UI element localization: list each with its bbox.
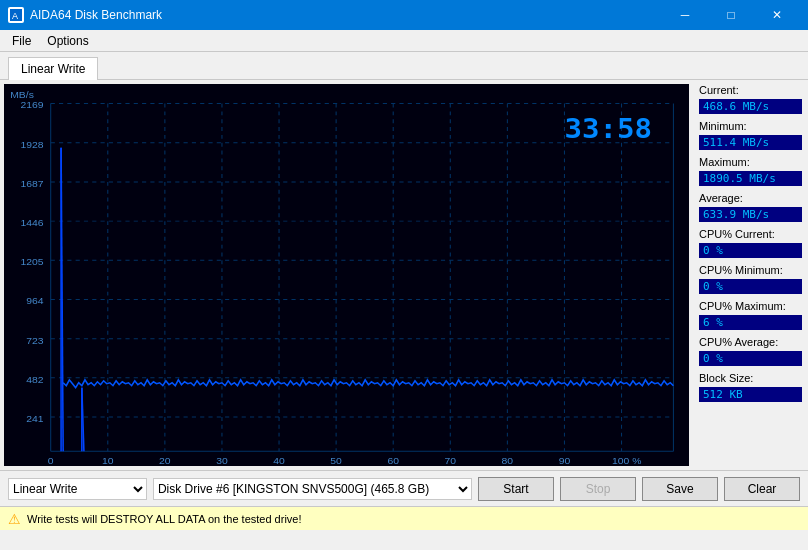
chart-container: 2169 1928 1687 1446 1205 964 723 482 241… — [4, 84, 689, 466]
svg-text:40: 40 — [273, 455, 285, 466]
svg-text:20: 20 — [159, 455, 171, 466]
stat-current-value: 468.6 MB/s — [699, 99, 802, 114]
start-button[interactable]: Start — [478, 477, 554, 501]
svg-text:100 %: 100 % — [612, 455, 641, 466]
warning-icon: ⚠ — [8, 511, 21, 527]
svg-text:10: 10 — [102, 455, 114, 466]
chart-svg: 2169 1928 1687 1446 1205 964 723 482 241… — [4, 84, 689, 466]
svg-text:964: 964 — [26, 296, 44, 307]
maximize-button[interactable]: □ — [708, 0, 754, 30]
stat-current-label: Current: — [699, 84, 802, 96]
svg-text:50: 50 — [330, 455, 342, 466]
stat-cpu-minimum-label: CPU% Minimum: — [699, 264, 802, 276]
stat-cpu-maximum-label: CPU% Maximum: — [699, 300, 802, 312]
svg-text:60: 60 — [387, 455, 399, 466]
stat-cpu-average-value: 0 % — [699, 351, 802, 366]
warning-text: Write tests will DESTROY ALL DATA on the… — [27, 513, 302, 525]
app-icon: A — [8, 7, 24, 23]
svg-text:0: 0 — [48, 455, 54, 466]
svg-text:MB/s: MB/s — [10, 89, 34, 100]
svg-text:90: 90 — [559, 455, 571, 466]
stat-cpu-minimum-value: 0 % — [699, 279, 802, 294]
svg-text:70: 70 — [445, 455, 457, 466]
stat-cpu-average-label: CPU% Average: — [699, 336, 802, 348]
stat-cpu-maximum-value: 6 % — [699, 315, 802, 330]
minimize-button[interactable]: ─ — [662, 0, 708, 30]
stat-cpu-current-value: 0 % — [699, 243, 802, 258]
clear-button[interactable]: Clear — [724, 477, 800, 501]
save-button[interactable]: Save — [642, 477, 718, 501]
svg-text:1446: 1446 — [20, 217, 43, 228]
stat-average-label: Average: — [699, 192, 802, 204]
svg-text:1928: 1928 — [20, 139, 43, 150]
stop-button[interactable]: Stop — [560, 477, 636, 501]
svg-text:482: 482 — [26, 374, 44, 385]
svg-text:2169: 2169 — [20, 100, 43, 111]
menu-bar: File Options — [0, 30, 808, 52]
svg-text:241: 241 — [26, 413, 44, 424]
stat-minimum-label: Minimum: — [699, 120, 802, 132]
tab-bar: Linear Write — [0, 52, 808, 80]
svg-text:80: 80 — [502, 455, 514, 466]
bottom-controls: Linear Write Linear Read Random Read Ran… — [0, 470, 808, 506]
window-controls: ─ □ ✕ — [662, 0, 800, 30]
stat-cpu-current-label: CPU% Current: — [699, 228, 802, 240]
title-bar: A AIDA64 Disk Benchmark ─ □ ✕ — [0, 0, 808, 30]
svg-text:33:58: 33:58 — [564, 113, 651, 145]
close-button[interactable]: ✕ — [754, 0, 800, 30]
main-content: 2169 1928 1687 1446 1205 964 723 482 241… — [0, 80, 808, 470]
svg-text:A: A — [12, 11, 18, 21]
menu-options[interactable]: Options — [39, 32, 96, 50]
right-panel: Current: 468.6 MB/s Minimum: 511.4 MB/s … — [693, 80, 808, 470]
test-select[interactable]: Linear Write Linear Read Random Read Ran… — [8, 478, 147, 500]
stat-average-value: 633.9 MB/s — [699, 207, 802, 222]
window-title: AIDA64 Disk Benchmark — [30, 8, 162, 22]
svg-text:1205: 1205 — [20, 256, 43, 267]
stat-maximum-value: 1890.5 MB/s — [699, 171, 802, 186]
warning-bar: ⚠ Write tests will DESTROY ALL DATA on t… — [0, 506, 808, 530]
svg-text:723: 723 — [26, 335, 44, 346]
stat-block-size-label: Block Size: — [699, 372, 802, 384]
menu-file[interactable]: File — [4, 32, 39, 50]
drive-select[interactable]: Disk Drive #6 [KINGSTON SNVS500G] (465.8… — [153, 478, 472, 500]
svg-text:30: 30 — [216, 455, 228, 466]
stat-minimum-value: 511.4 MB/s — [699, 135, 802, 150]
tab-linear-write[interactable]: Linear Write — [8, 57, 98, 80]
stat-block-size-value: 512 KB — [699, 387, 802, 402]
stat-maximum-label: Maximum: — [699, 156, 802, 168]
svg-text:1687: 1687 — [20, 178, 43, 189]
